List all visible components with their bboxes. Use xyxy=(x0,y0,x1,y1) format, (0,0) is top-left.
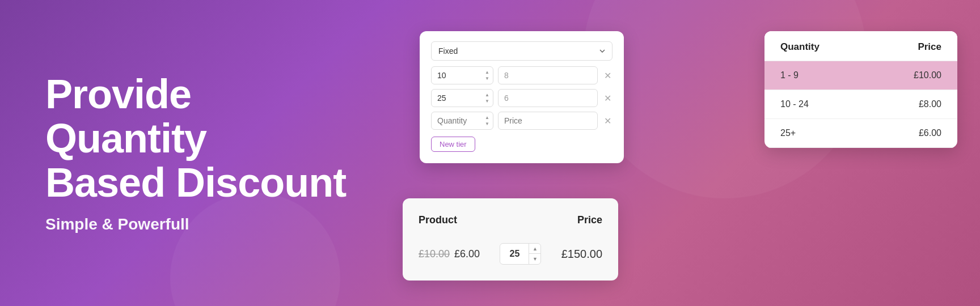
discount-type-select[interactable]: Fixed Percentage xyxy=(431,41,612,61)
quantity-increment-btn[interactable]: ▲ xyxy=(529,244,540,254)
tier-new-remove-btn[interactable]: ✕ xyxy=(602,116,612,126)
tier-new-qty-input-wrap[interactable]: ▲ ▼ xyxy=(431,112,493,130)
tier-2-qty-up[interactable]: ▲ xyxy=(483,92,491,98)
tier-2-spinners: ▲ ▼ xyxy=(483,92,491,104)
tier-new-price-input-wrap[interactable] xyxy=(498,112,598,130)
tier-1-price-input[interactable] xyxy=(498,66,598,84)
pricing-price-3: £6.00 xyxy=(919,128,941,138)
type-select-row[interactable]: Fixed Percentage xyxy=(431,41,612,61)
admin-config-card: Fixed Percentage ▲ ▼ ✕ xyxy=(420,31,624,163)
tier-1-qty-down[interactable]: ▼ xyxy=(483,76,491,82)
tier-new-qty-up[interactable]: ▲ xyxy=(483,115,491,121)
tier-new-qty-down[interactable]: ▼ xyxy=(483,121,491,127)
pricing-price-2: £8.00 xyxy=(919,99,941,109)
hero-subtitle: Simple & Powerfull xyxy=(45,215,363,233)
pricing-table-card: Quantity Price 1 - 9 £10.00 10 - 24 £8.0… xyxy=(764,31,957,148)
pricing-range-2: 10 - 24 xyxy=(780,99,809,109)
product-price-label: Price xyxy=(577,214,602,226)
tier-row-2: ▲ ▼ ✕ xyxy=(431,89,612,107)
tier-new-spinners: ▲ ▼ xyxy=(483,115,491,127)
hero-title: Provide QuantityBased Discount xyxy=(45,73,363,205)
quantity-stepper-buttons: ▲ ▼ xyxy=(529,244,540,264)
pricing-table-header: Quantity Price xyxy=(764,31,957,61)
pricing-price-1: £10.00 xyxy=(914,70,941,80)
pricing-row-2: 10 - 24 £8.00 xyxy=(764,90,957,119)
tier-1-price-input-wrap[interactable] xyxy=(498,66,598,84)
tier-new-price-input[interactable] xyxy=(498,112,598,130)
tier-2-qty-down[interactable]: ▼ xyxy=(483,99,491,104)
tier-2-qty-input-wrap[interactable]: ▲ ▼ xyxy=(431,89,493,107)
hero-text-section: Provide QuantityBased Discount Simple & … xyxy=(0,73,386,233)
pricing-price-header: Price xyxy=(918,41,941,53)
product-card: Product Price £10.00 £6.00 25 ▲ ▼ £150.0… xyxy=(403,198,618,280)
product-data-row: £10.00 £6.00 25 ▲ ▼ £150.00 xyxy=(419,243,602,265)
price-original: £10.00 xyxy=(419,248,450,260)
tier-1-spinners: ▲ ▼ xyxy=(483,70,491,82)
pricing-qty-header: Quantity xyxy=(780,41,820,53)
price-discounted: £6.00 xyxy=(454,248,480,260)
tier-1-qty-input-wrap[interactable]: ▲ ▼ xyxy=(431,66,493,84)
tier-2-price-input-wrap[interactable] xyxy=(498,89,598,107)
product-label: Product xyxy=(419,214,457,226)
hero-banner: Provide QuantityBased Discount Simple & … xyxy=(0,0,980,306)
tier-2-remove-btn[interactable]: ✕ xyxy=(602,93,612,103)
ui-mockup-section: Fixed Percentage ▲ ▼ ✕ xyxy=(386,0,980,306)
pricing-range-1: 1 - 9 xyxy=(780,70,799,80)
quantity-decrement-btn[interactable]: ▼ xyxy=(529,254,540,264)
tier-placeholder-row: ▲ ▼ ✕ xyxy=(431,112,612,130)
product-prices: £10.00 £6.00 xyxy=(419,248,480,260)
tier-1-qty-up[interactable]: ▲ xyxy=(483,70,491,75)
pricing-row-1: 1 - 9 £10.00 xyxy=(764,61,957,90)
tier-row-1: ▲ ▼ ✕ xyxy=(431,66,612,84)
product-card-header: Product Price xyxy=(419,214,602,226)
quantity-stepper[interactable]: 25 ▲ ▼ xyxy=(500,243,541,265)
total-price: £150.00 xyxy=(561,248,602,261)
new-tier-button[interactable]: New tier xyxy=(431,137,475,152)
tier-2-price-input[interactable] xyxy=(498,89,598,107)
tier-1-remove-btn[interactable]: ✕ xyxy=(602,70,612,80)
quantity-input[interactable]: 25 xyxy=(500,245,529,262)
pricing-range-3: 25+ xyxy=(780,128,796,138)
pricing-row-3: 25+ £6.00 xyxy=(764,119,957,148)
